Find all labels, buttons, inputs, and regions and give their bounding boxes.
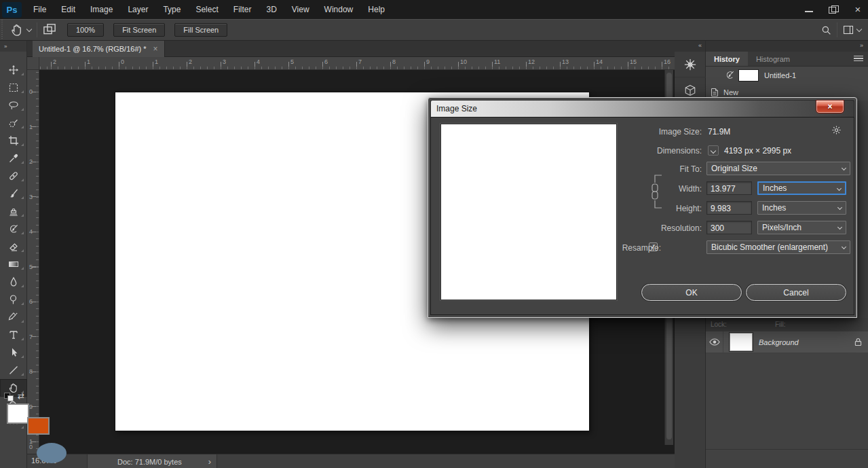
quick-selection-tool[interactable] (0, 114, 27, 132)
eyedropper-tool[interactable] (0, 149, 27, 167)
zoom-100-button[interactable]: 100% (67, 23, 104, 37)
workspace-caret-icon[interactable] (856, 26, 862, 31)
dock-icon-navigator[interactable] (675, 52, 706, 77)
fit-screen-button[interactable]: Fit Screen (113, 23, 165, 37)
tab-history[interactable]: History (706, 52, 748, 66)
pen-tool[interactable] (0, 308, 27, 326)
rectangular-marquee-tool[interactable] (0, 79, 27, 96)
menu-item[interactable]: View (284, 0, 317, 19)
menu-item[interactable]: File (26, 0, 54, 19)
restore-icon[interactable] (829, 5, 838, 14)
layer-thumbnail[interactable] (730, 333, 753, 351)
minimize-icon[interactable] (804, 5, 814, 14)
ruler-number: 3 (29, 194, 35, 200)
document-tab-title: Untitled-1 @ 16.7% (RGB/16#) * (39, 45, 147, 53)
dodge-tool[interactable] (0, 291, 27, 308)
ruler-number: 10 (460, 58, 467, 65)
fit-to-dropdown[interactable]: Original Size (706, 162, 850, 175)
tab-close-icon[interactable]: × (153, 44, 158, 54)
fill-label: Fill: (775, 321, 786, 328)
dimensions-label: Dimensions: (624, 146, 702, 156)
window-controls: × (804, 0, 863, 19)
lasso-tool[interactable] (0, 96, 27, 114)
taskbar-peek-artifact (37, 443, 67, 463)
close-window-icon[interactable]: × (853, 5, 863, 14)
width-unit-dropdown[interactable]: Inches (757, 181, 846, 195)
options-bar: 100% Fit Screen Fill Screen (0, 19, 868, 41)
document-info-segment[interactable]: Doc: 71.9M/0 bytes › (87, 454, 217, 468)
ruler-number: 4 (29, 229, 35, 234)
history-row-label: Untitled-1 (764, 71, 796, 79)
menu-item[interactable]: Image (83, 0, 120, 19)
clone-stamp-tool[interactable] (0, 202, 27, 220)
default-colors-icon[interactable] (4, 393, 15, 402)
status-chevron-icon[interactable]: › (208, 456, 211, 467)
lock-label: Lock: (711, 321, 727, 328)
height-input[interactable] (706, 201, 752, 215)
swap-colors-icon[interactable]: ⇄ (18, 391, 24, 401)
hand-tool-preset-icon[interactable] (10, 23, 24, 37)
menu-item[interactable]: Edit (54, 0, 83, 19)
menu-item[interactable]: 3D (259, 0, 284, 19)
ruler-number: 8 (392, 58, 396, 65)
ruler-number: 2 (29, 159, 35, 164)
crop-tool[interactable] (0, 132, 27, 149)
tool-preset-caret-icon[interactable] (26, 26, 32, 31)
background-color-swatch[interactable] (27, 417, 50, 435)
gradient-tool[interactable] (0, 255, 27, 273)
blur-tool[interactable] (0, 273, 27, 291)
brush-tool[interactable] (0, 185, 27, 202)
workspace-switcher-icon[interactable] (843, 24, 854, 35)
panel-menu-icon[interactable] (854, 56, 863, 62)
eraser-tool[interactable] (0, 238, 27, 255)
chevron-down-icon (842, 166, 846, 170)
resample-method-dropdown[interactable]: Bicubic Smoother (enlargement) (706, 240, 850, 254)
search-icon[interactable] (821, 25, 831, 35)
dialog-options-gear-icon[interactable] (831, 125, 842, 135)
move-tool[interactable] (0, 61, 27, 79)
menu-item[interactable]: Type (155, 0, 188, 19)
menu-item[interactable]: Select (188, 0, 225, 19)
dialog-close-icon[interactable]: × (816, 100, 844, 113)
history-brush-tool[interactable] (0, 220, 27, 238)
panels-collapse-icon[interactable]: » (706, 41, 868, 52)
ruler-number: 1 (155, 58, 158, 65)
tab-histogram[interactable]: Histogram (748, 52, 798, 66)
height-unit-dropdown[interactable]: Inches (757, 201, 846, 215)
image-preview[interactable] (440, 124, 617, 300)
ruler-number: 12 (528, 58, 535, 65)
dock-collapse-icon[interactable]: « (675, 41, 705, 52)
ruler-number: 2 (189, 58, 192, 65)
menu-item[interactable]: Window (317, 0, 361, 19)
type-tool[interactable] (0, 326, 27, 344)
layer-row-background[interactable]: Background (706, 331, 868, 353)
cancel-button[interactable]: Cancel (746, 284, 846, 301)
ruler-number: 15 (630, 58, 637, 65)
image-size-dialog: Image Size × Image Size: 71.9M Dimension… (428, 97, 857, 318)
color-swatches: ⇄ (3, 393, 52, 428)
document-tab[interactable]: Untitled-1 @ 16.7% (RGB/16#) * × (33, 41, 165, 57)
dimensions-unit-dropdown[interactable] (708, 145, 719, 156)
line-tool[interactable] (0, 361, 27, 379)
fill-screen-button[interactable]: Fill Screen (174, 23, 227, 37)
dialog-title-bar[interactable]: Image Size × (430, 100, 854, 117)
layer-visibility-eye-icon[interactable] (706, 331, 723, 353)
menu-item[interactable]: Help (360, 0, 392, 19)
menu-item[interactable]: Layer (120, 0, 155, 19)
spot-healing-brush-tool[interactable] (0, 167, 27, 185)
path-selection-tool[interactable] (0, 344, 27, 361)
history-snapshot-row[interactable]: Untitled-1 (706, 67, 868, 84)
chevron-down-icon (837, 205, 842, 210)
image-size-label: Image Size: (624, 127, 702, 137)
resolution-input[interactable] (706, 221, 752, 234)
resolution-unit-value: Pixels/Inch (762, 223, 801, 232)
ruler-number: 11 (494, 58, 500, 65)
foreground-color-swatch[interactable] (7, 403, 29, 424)
resample-method-value: Bicubic Smoother (enlargement) (711, 242, 828, 252)
resolution-unit-dropdown[interactable]: Pixels/Inch (757, 221, 846, 234)
width-input[interactable] (706, 181, 752, 195)
menu-item[interactable]: Filter (226, 0, 259, 19)
resize-windows-to-fit-icon[interactable] (43, 23, 56, 37)
tools-collapse-icon[interactable]: » (0, 41, 26, 52)
ok-button[interactable]: OK (641, 284, 742, 301)
